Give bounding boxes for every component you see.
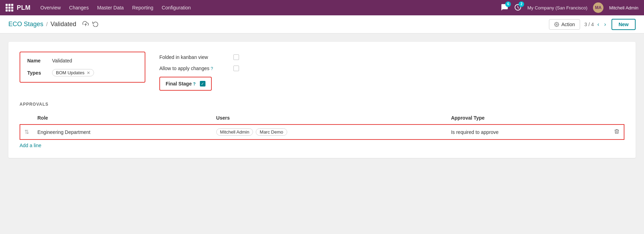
user-chip-text: Mitchell Admin [220,129,249,135]
bom-updates-tag[interactable]: BOM Updates ✕ [52,69,94,76]
next-arrow[interactable]: › [603,20,607,29]
role-value: Engineering Department [37,129,91,135]
sort-handle-icon[interactable]: ⇅ [24,129,29,135]
brand-logo[interactable]: PLM [17,4,31,12]
clock-badge: 2 [519,1,524,7]
nav-configuration[interactable]: Configuration [162,3,191,12]
final-stage-checkbox[interactable] [200,81,205,86]
name-label: Name [27,58,46,63]
allow-label: Allow to apply changes ? [159,66,229,71]
nav-reporting[interactable]: Reporting [132,3,153,12]
add-line-link[interactable]: Add a line [20,143,41,148]
nav-master-data[interactable]: Master Data [97,3,124,12]
col-users-header: Users [212,112,447,124]
upload-cloud-icon[interactable] [82,21,89,28]
main-content: Name Validated Types BOM Updates ✕ Fold [0,33,644,234]
user-chip-mitchell[interactable]: Mitchell Admin [216,128,253,136]
approvals-section: APPROVALS Role Users Approval Type ⇅ [20,102,624,148]
user-name: Mitchell Admin [609,5,638,10]
breadcrumb-left: ECO Stages / Validated [8,21,99,28]
col-role-header: Role [33,112,212,124]
nav-overview[interactable]: Overview [41,3,61,12]
final-help-icon[interactable]: ? [193,82,196,86]
delete-row-icon[interactable] [614,129,620,135]
tag-remove-icon[interactable]: ✕ [87,70,90,75]
gear-icon [554,22,559,27]
allow-row: Allow to apply changes ? [159,66,624,71]
final-stage-label: Final Stage ? [166,81,196,86]
user-chip-marc[interactable]: Marc Demo [256,128,287,136]
breadcrumb-icons [82,21,99,28]
action-button[interactable]: Action [549,19,580,30]
nav-right: 6 2 My Company (San Francisco) MA Mitche… [501,2,638,13]
form-right: Folded in kanban view Allow to apply cha… [159,52,624,91]
folded-checkbox[interactable] [233,54,239,60]
type-value: Is required to approve [451,129,499,135]
name-types-box: Name Validated Types BOM Updates ✕ [20,52,145,83]
pagination-text: 3 / 4 [584,22,594,27]
chat-notification[interactable]: 6 [501,3,508,12]
approvals-table: Role Users Approval Type ⇅ Engineering D… [20,112,624,140]
svg-point-1 [556,24,558,25]
types-label: Types [27,70,46,76]
nav-links: Overview Changes Master Data Reporting C… [41,3,501,12]
folded-label: Folded in kanban view [159,54,229,60]
breadcrumb-right: Action 3 / 4 ‹ › New [549,19,636,30]
tag-text: BOM Updates [56,70,85,75]
folded-row: Folded in kanban view [159,54,624,60]
type-cell[interactable]: Is required to approve [447,124,610,139]
top-navigation: PLM Overview Changes Master Data Reporti… [0,0,644,15]
final-stage-box: Final Stage ? [159,77,212,91]
approvals-title: APPROVALS [20,102,624,107]
col-delete-header [610,112,624,124]
col-handle-header [20,112,33,124]
types-field-row: Types BOM Updates ✕ [27,69,138,76]
allow-help-icon[interactable]: ? [211,66,213,71]
pagination: 3 / 4 ‹ › [584,20,607,29]
grid-menu-icon[interactable] [6,4,13,12]
reset-icon[interactable] [92,21,99,28]
form-left: Name Validated Types BOM Updates ✕ [20,52,145,91]
new-button[interactable]: New [612,19,636,30]
form-top: Name Validated Types BOM Updates ✕ Fold [20,52,624,91]
breadcrumb-current: Validated [51,21,77,28]
role-cell[interactable]: Engineering Department [33,124,212,139]
users-cell[interactable]: Mitchell Admin Marc Demo [212,124,447,139]
row-handle[interactable]: ⇅ [20,124,33,139]
breadcrumb-separator: / [46,21,48,28]
breadcrumb-bar: ECO Stages / Validated Action 3 / 4 ‹ › … [0,15,644,33]
breadcrumb-link[interactable]: ECO Stages [8,21,43,28]
prev-arrow[interactable]: ‹ [596,20,601,29]
action-label: Action [561,22,575,27]
table-row[interactable]: ⇅ Engineering Department Mitchell Admin … [20,124,624,139]
company-name: My Company (San Francisco) [527,5,587,10]
col-type-header: Approval Type [447,112,610,124]
nav-changes[interactable]: Changes [69,3,89,12]
user-chip-text: Marc Demo [260,129,283,135]
delete-cell[interactable] [610,124,624,139]
name-value[interactable]: Validated [52,58,72,63]
avatar[interactable]: MA [593,2,603,13]
form-card: Name Validated Types BOM Updates ✕ Fold [8,42,636,158]
name-field-row: Name Validated [27,58,138,63]
clock-notification[interactable]: 2 [514,3,522,12]
chat-badge: 6 [505,1,511,7]
allow-checkbox[interactable] [233,66,239,71]
